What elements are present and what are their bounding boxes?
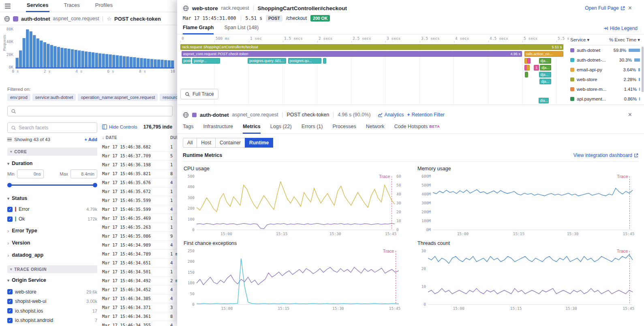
- filter-pill[interactable]: env:prod: [7, 94, 30, 101]
- checkbox-checked[interactable]: ✓: [7, 289, 13, 294]
- span-detail-tab[interactable]: Metrics: [243, 124, 261, 134]
- trace-row[interactable]: Mar 17 15:46:35.821 8: [102, 169, 178, 178]
- flame-span-postgres[interactable]: postgr...: [192, 58, 220, 64]
- flame-span-rack-request[interactable]: rack.requestShoppingCartController#check…: [180, 44, 563, 50]
- slider-handle-min[interactable]: [7, 183, 12, 187]
- trace-row[interactable]: Mar 17 15:46:35.469 1: [102, 214, 178, 223]
- filter-pill[interactable]: operation_name:aspnet_core.request: [78, 94, 158, 101]
- retention-filter-link[interactable]: +Retention Filter: [407, 112, 444, 118]
- facet-checkbox-row[interactable]: ✓ io.shopist.ios 17: [7, 306, 97, 316]
- span-detail-tab[interactable]: Processes: [332, 124, 356, 134]
- span-detail-tab[interactable]: Network: [366, 124, 385, 134]
- facet-search-input[interactable]: Search facets: [7, 122, 97, 133]
- facet-checkbox-row[interactable]: ✓ web-store 29.6k: [7, 287, 97, 297]
- flame-span-small[interactable]: [527, 58, 531, 64]
- trace-search-input[interactable]: [7, 106, 173, 116]
- checkbox-checked[interactable]: ✓: [7, 207, 13, 212]
- service-name[interactable]: auth-dotnet: [21, 16, 50, 22]
- facet-group-core[interactable]: ▾CORE: [7, 148, 97, 156]
- trace-row[interactable]: Mar 17 15:46:34.789 1 min: [102, 250, 178, 259]
- legend-row[interactable]: email-api-py 3.64%: [570, 65, 640, 75]
- facet-checkbox-row[interactable]: ✓ io.shopist.android 7: [7, 316, 97, 326]
- trace-row[interactable]: Mar 17 15:46:35.599 1: [102, 196, 178, 205]
- trace-row[interactable]: Mar 17 15:46:34.371 3: [102, 303, 178, 312]
- span-service-name[interactable]: auth-dotnet: [200, 112, 229, 118]
- flame-span-dia[interactable]: dia...: [539, 98, 549, 103]
- trace-row[interactable]: Mar 17 15:46:36.198 1: [102, 161, 178, 169]
- trace-row[interactable]: Mar 17 15:46:34.452 4: [102, 285, 178, 294]
- open-full-page-link[interactable]: Open Full Page: [585, 5, 625, 11]
- metrics-filter-button[interactable]: All: [183, 138, 197, 148]
- trace-row[interactable]: Mar 17 15:46:37.709 5: [102, 152, 178, 161]
- flame-span-postgres[interactable]: postg...: [182, 58, 191, 64]
- flame-span-django[interactable]: dja...: [539, 79, 551, 84]
- cpu-usage-chart[interactable]: 5004003002001000605040302010015:0015:151…: [183, 172, 404, 236]
- threads-count-chart[interactable]: 302010015:0015:1515:3015:45Trace: [417, 247, 638, 311]
- trace-view-tab[interactable]: Flame Graph: [183, 25, 214, 34]
- histogram-range-slider[interactable]: [15, 67, 174, 69]
- facet-status[interactable]: ▾Status: [7, 195, 27, 201]
- flame-span-postgres-query[interactable]: postgres.querySEL...: [248, 58, 286, 64]
- metrics-filter-button[interactable]: Runtime: [245, 138, 273, 148]
- hide-legend-link[interactable]: Hide Legend: [603, 26, 638, 34]
- nav-tab[interactable]: Traces: [63, 0, 81, 12]
- trace-row[interactable]: Mar 17 15:46:34.989 4: [102, 241, 178, 250]
- trace-row[interactable]: Mar 17 15:46:34.361 8: [102, 312, 178, 321]
- facet-duration[interactable]: ▾Duration: [7, 161, 32, 166]
- view-integration-dashboard-link[interactable]: View integration dashboard: [573, 152, 638, 158]
- duration-slider[interactable]: [7, 182, 97, 188]
- trace-row[interactable]: Mar 17 15:46:35.676 4: [102, 178, 178, 187]
- trace-service-name[interactable]: web-store: [192, 5, 218, 11]
- flame-span-django[interactable]: dja...: [539, 72, 551, 77]
- checkbox-checked[interactable]: ✓: [7, 318, 13, 323]
- span-detail-tab[interactable]: Logs (22): [270, 124, 292, 134]
- legend-service-sort[interactable]: Service ▾: [570, 37, 589, 43]
- span-detail-tab[interactable]: Errors (1): [302, 124, 323, 134]
- facet-checkbox-row[interactable]: ✓ Ok 172k: [7, 214, 97, 224]
- flame-span-small[interactable]: [525, 72, 528, 77]
- facet-group-trace-origin[interactable]: ▾TRACE ORIGIN: [7, 265, 97, 273]
- trace-row[interactable]: Mar 17 15:46:34.501 1: [102, 268, 178, 277]
- trace-row[interactable]: Mar 17 15:46:34.355 4: [102, 321, 178, 326]
- flame-span-small[interactable]: [323, 58, 326, 64]
- trace-row[interactable]: Mar 17 15:46:35.086 9: [102, 232, 178, 241]
- legend-row[interactable]: auth-dotnet 59.8%: [570, 45, 640, 55]
- metrics-filter-button[interactable]: Host: [197, 138, 216, 148]
- collapsed-facet[interactable]: ›datadog_app: [7, 249, 97, 261]
- duration-min-input[interactable]: 0ns: [17, 169, 44, 178]
- legend-row[interactable]: api.payment... 0.86%: [570, 94, 640, 104]
- nav-tab[interactable]: Profiles: [94, 0, 113, 12]
- trace-row[interactable]: Mar 17 15:46:38.682 1: [102, 143, 178, 152]
- trace-row[interactable]: Mar 17 15:46:35.599 4: [102, 205, 178, 214]
- first-chance-exceptions-chart[interactable]: 25020015010050015:0015:1515:3015:45Trace: [183, 247, 404, 311]
- facet-checkbox-row[interactable]: ✓ Error 4.79k: [7, 204, 97, 214]
- close-span-panel-button[interactable]: ×: [628, 112, 632, 118]
- trace-row[interactable]: Mar 17 15:46:34.492 2 min: [102, 277, 178, 285]
- span-detail-tab[interactable]: Code HotspotsBETA: [394, 124, 440, 134]
- filter-pill[interactable]: resourc: [160, 94, 177, 101]
- collapse-nav-icon[interactable]: [5, 4, 11, 9]
- column-duration[interactable]: DURA: [170, 135, 178, 140]
- nav-tab[interactable]: Services: [26, 0, 49, 12]
- flame-span-count-badge[interactable]: 1: [534, 65, 539, 71]
- flame-span-small[interactable]: [526, 65, 530, 71]
- checkbox-checked[interactable]: ✓: [7, 299, 13, 304]
- legend-row[interactable]: auth-dotnet-... 30.3%: [570, 55, 640, 65]
- span-detail-tab[interactable]: Infrastructure: [203, 124, 233, 134]
- memory-usage-chart[interactable]: 600M500M400M300M200M100M0M15:0015:1515:3…: [417, 172, 638, 236]
- trace-row[interactable]: Mar 17 15:46:35.672 1: [102, 187, 178, 196]
- trace-row[interactable]: Mar 17 15:46:34.385 4: [102, 294, 178, 303]
- trace-row[interactable]: Mar 17 15:46:34.651 4: [102, 259, 178, 268]
- legend-scrollbar[interactable]: [642, 47, 644, 92]
- span-detail-tab[interactable]: Tags: [183, 124, 193, 134]
- duration-max-input[interactable]: 8.4min: [71, 169, 97, 178]
- facet-origin-service[interactable]: ▾Origin Service: [7, 277, 46, 283]
- checkbox-checked[interactable]: ✓: [7, 217, 13, 222]
- filter-pill[interactable]: service:auth-dotnet: [32, 94, 76, 101]
- trace-row[interactable]: Mar 17 15:46:35.263 1: [102, 223, 178, 232]
- flame-span-postgres[interactable]: postgres.qu...: [288, 58, 321, 64]
- metrics-filter-button[interactable]: Container: [215, 138, 245, 148]
- flame-span-django[interactable]: dja...: [540, 65, 551, 71]
- sort-desc-icon[interactable]: ↓: [102, 135, 105, 140]
- facet-list-icon[interactable]: [7, 138, 12, 142]
